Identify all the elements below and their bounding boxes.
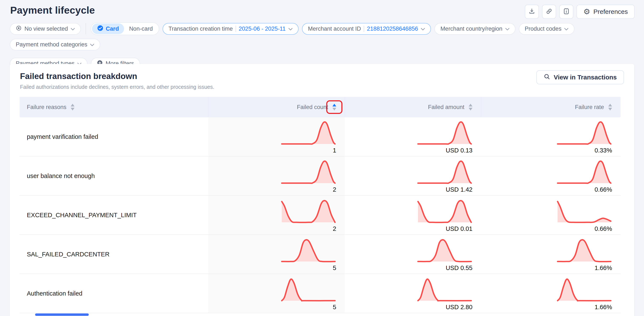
failed-amount-sparkline xyxy=(417,198,472,224)
failed-transaction-card: Failed transaction breakdown Failed auth… xyxy=(10,64,634,316)
failure-reason-cell: user balance not enough xyxy=(20,157,208,195)
card-type-toggle: Card Non-card xyxy=(91,22,159,35)
failure-rate-sparkline xyxy=(557,276,612,303)
sort-desc-icon xyxy=(608,108,612,111)
failure-reason-text: SAL_FAILED_CARDCENTER xyxy=(27,251,110,258)
failed-count-value: 5 xyxy=(333,304,336,311)
toggle-card-label: Card xyxy=(106,26,119,32)
failed-count-sparkline xyxy=(281,198,336,224)
failed-count-cell: 2 xyxy=(208,157,345,195)
failed-amount-sparkline xyxy=(417,276,472,303)
chevron-down-icon xyxy=(288,26,293,32)
chevron-down-icon xyxy=(564,26,568,32)
failed-count-sparkline xyxy=(281,276,336,303)
table-row[interactable]: SAL_FAILED_CARDCENTER 5 USD 0.55 1.66% xyxy=(20,235,620,274)
check-circle-icon xyxy=(97,25,104,33)
filter-chip-transaction-creation-time[interactable]: Transaction creation time2025-06 - 2025-… xyxy=(162,23,298,35)
chevron-down-icon xyxy=(71,26,75,32)
failed-count-value: 1 xyxy=(333,147,336,154)
sort-asc-icon xyxy=(469,104,472,107)
chip-value: 2188120258646856 xyxy=(367,26,418,32)
chevron-down-icon xyxy=(90,41,94,48)
horizontal-scrollbar-thumb[interactable] xyxy=(35,313,89,316)
sort-control-failed-count[interactable] xyxy=(332,104,336,111)
filter-chip-product-codes[interactable]: Product codes xyxy=(519,23,574,35)
failure-rate-sparkline xyxy=(557,159,612,185)
sort-desc-icon xyxy=(332,108,336,111)
failed-count-value: 2 xyxy=(333,186,336,193)
chip-label: Merchant account ID xyxy=(308,26,361,32)
failed-count-cell: 2 xyxy=(208,196,345,234)
chip-separator xyxy=(236,26,236,32)
filter-bar: No view selected Card Non-card Transacti… xyxy=(0,22,644,69)
failed-count-cell: 1 xyxy=(208,117,345,156)
table-row[interactable]: Authentication failed 5 USD 2.80 1.66% xyxy=(20,274,620,313)
sort-desc-icon xyxy=(71,108,74,111)
view-selector-label: No view selected xyxy=(24,26,68,32)
info-icon xyxy=(563,8,570,16)
column-label: Failed amount xyxy=(428,104,464,111)
chip-label: Product codes xyxy=(525,26,562,32)
failure-rate-value: 1.66% xyxy=(595,304,612,311)
failed-amount-sparkline xyxy=(417,237,472,264)
failed-amount-value: USD 0.01 xyxy=(446,225,472,232)
toolbar: ⚙ Preferences xyxy=(525,5,635,19)
preferences-button[interactable]: ⚙ Preferences xyxy=(576,5,635,19)
table-row[interactable]: payment varification failed 1 USD 0.13 0… xyxy=(20,117,620,157)
failure-rate-cell: 0.66% xyxy=(481,157,620,195)
chevron-down-icon xyxy=(505,26,510,32)
filter-chip-payment-method-categories[interactable]: Payment method categories xyxy=(10,39,100,51)
column-label: Failure rate xyxy=(575,104,604,111)
table-row[interactable]: EXCEED_CHANNEL_PAYMENT_LIMIT 2 USD 0.01 … xyxy=(20,196,620,235)
column-header-failed-count[interactable]: Failed count xyxy=(208,97,345,117)
failure-rate-cell: 0.66% xyxy=(481,196,620,234)
failure-reason-text: Authentication failed xyxy=(27,290,82,297)
filter-divider xyxy=(86,23,86,34)
chip-label: Transaction creation time xyxy=(168,26,233,32)
table-row[interactable]: user balance not enough 2 USD 1.42 0.66% xyxy=(20,157,620,196)
table-body: payment varification failed 1 USD 0.13 0… xyxy=(20,117,620,313)
sort-control-failure-reasons[interactable] xyxy=(71,104,74,111)
preferences-label: Preferences xyxy=(593,8,628,15)
sort-control-failed-amount[interactable] xyxy=(469,104,472,111)
toggle-option-non-card[interactable]: Non-card xyxy=(124,24,158,34)
failure-rate-cell: 1.66% xyxy=(481,274,620,313)
download-button[interactable] xyxy=(525,5,539,19)
chevron-down-icon xyxy=(421,26,425,32)
failure-rate-sparkline xyxy=(557,198,612,224)
failure-rate-sparkline xyxy=(557,120,612,146)
info-button[interactable] xyxy=(559,5,573,19)
failure-reason-text: EXCEED_CHANNEL_PAYMENT_LIMIT xyxy=(27,212,137,219)
table-header-row: Failure reasons Failed count Failed amou… xyxy=(20,97,620,117)
failed-amount-cell: USD 0.55 xyxy=(345,235,481,274)
view-selector[interactable]: No view selected xyxy=(10,23,81,35)
sort-desc-icon xyxy=(469,108,472,111)
target-circles-icon xyxy=(16,25,22,33)
card-subtitle: Failed authorizations include declines, … xyxy=(20,84,624,90)
search-icon xyxy=(544,73,550,82)
filter-chip-merchant-country-region[interactable]: Merchant country/region xyxy=(434,23,515,35)
failed-transaction-table: Failure reasons Failed count Failed amou… xyxy=(20,97,620,313)
column-label: Failure reasons xyxy=(27,104,66,111)
failure-rate-cell: 1.66% xyxy=(481,235,620,274)
view-in-transactions-button[interactable]: View in Transactions xyxy=(536,70,624,84)
column-header-failure-reasons[interactable]: Failure reasons xyxy=(20,97,208,117)
failed-count-value: 2 xyxy=(333,225,336,232)
chip-value: 2025-06 - 2025-11 xyxy=(239,26,286,32)
copy-link-button[interactable] xyxy=(542,5,556,19)
card-title: Failed transaction breakdown xyxy=(20,72,624,81)
toggle-option-card[interactable]: Card xyxy=(92,24,124,34)
filter-chip-merchant-account-id[interactable]: Merchant account ID2188120258646856 xyxy=(302,23,431,35)
failed-amount-cell: USD 1.42 xyxy=(345,157,481,195)
failed-count-cell: 5 xyxy=(208,274,345,313)
failed-amount-cell: USD 0.01 xyxy=(345,196,481,234)
column-header-failed-amount[interactable]: Failed amount xyxy=(345,97,481,117)
failure-reason-cell: payment varification failed xyxy=(20,117,208,156)
failed-amount-sparkline xyxy=(417,159,472,185)
gear-icon: ⚙ xyxy=(583,8,590,16)
column-header-failure-rate[interactable]: Failure rate xyxy=(481,97,620,117)
sort-asc-icon xyxy=(608,104,612,107)
chip-label: Merchant country/region xyxy=(440,26,502,32)
sort-control-failure-rate[interactable] xyxy=(608,104,612,111)
failure-reason-cell: Authentication failed xyxy=(20,274,208,313)
